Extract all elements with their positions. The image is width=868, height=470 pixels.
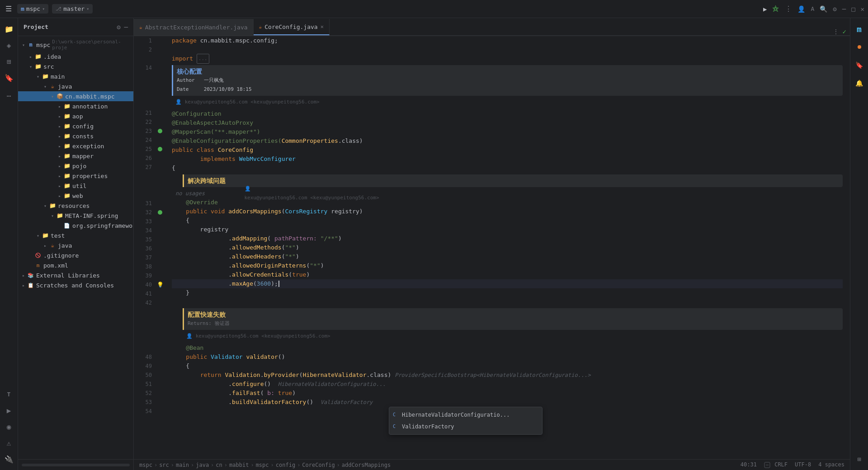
tree-item-mapper[interactable]: ▸ 📁 mapper xyxy=(18,151,133,161)
line-num-25: 25 xyxy=(134,145,156,154)
fold-indicator-import[interactable]: ... xyxy=(197,54,209,64)
project-selector[interactable]: m mspc ▾ xyxy=(17,4,48,14)
gutter-39 xyxy=(156,271,165,280)
status-encoding: CRLF xyxy=(764,461,788,468)
str-allowedmethods: "*" xyxy=(285,243,295,252)
activity-plugins-icon[interactable]: 🔌 xyxy=(2,452,16,466)
activity-commit-icon[interactable]: ◈ xyxy=(2,38,16,52)
activity-debug-icon[interactable]: ◉ xyxy=(2,419,16,434)
ac-item-1[interactable]: C ValidatorFactory xyxy=(389,421,542,432)
tree-item-scratches[interactable]: ▸ 📋 Scratches and Consoles xyxy=(18,280,133,290)
code-line-22: @EnableAspectJAutoProxy xyxy=(172,118,843,127)
autocomplete-popup[interactable]: C HibernateValidatorConfiguratio... C Va… xyxy=(389,407,542,435)
annotation-mapperscan: @MapperScan( xyxy=(172,127,214,136)
keyword-import: import xyxy=(172,54,197,63)
tree-item-src[interactable]: ▾ 📁 src xyxy=(18,61,133,71)
right-bar-dot-icon[interactable] xyxy=(852,40,867,54)
activity-terminal-icon[interactable]: T xyxy=(2,387,16,401)
tree-item-idea[interactable]: ▸ 📁 .idea xyxy=(18,52,133,61)
right-bar-notification-icon[interactable]: 🔔 xyxy=(852,76,867,90)
code-line-23: @MapperScan("**.mapper*") xyxy=(172,127,843,136)
annotation-override: @Override xyxy=(186,198,217,207)
tree-item-main[interactable]: ▾ 📁 main xyxy=(18,71,133,81)
search-icon[interactable]: 🔍 xyxy=(820,5,827,13)
fn-allowcredentials: allowCredentials xyxy=(232,270,288,279)
tree-item-java[interactable]: ▾ ☕ java xyxy=(18,81,133,91)
more-icon[interactable]: ⋮ xyxy=(785,5,792,13)
activity-run-icon[interactable]: ▶ xyxy=(2,403,16,418)
tree-item-exception[interactable]: ▸ 📁 exception xyxy=(18,141,133,151)
gutter-38 xyxy=(156,262,165,271)
tree-item-config[interactable]: ▸ 📁 config xyxy=(18,121,133,131)
tree-arrow-pojo: ▸ xyxy=(56,162,63,169)
tree-item-mspc[interactable]: ▾ m mspc D:\work-space\personal-proje xyxy=(18,38,133,52)
tree-item-meta-inf[interactable]: ▾ 📁 META-INF.spring xyxy=(18,211,133,221)
tree-item-external-libs[interactable]: ▸ 📚 External Libraries xyxy=(18,270,133,280)
tree-item-gitignore[interactable]: ▸ .gitignore xyxy=(18,250,133,260)
ac-item-0[interactable]: C HibernateValidatorConfiguratio... xyxy=(389,409,542,421)
settings-icon[interactable]: ⚙ xyxy=(833,5,836,13)
tree-arrow-config: ▸ xyxy=(56,122,63,130)
line-num-2: 2 xyxy=(134,45,156,54)
tree-item-properties[interactable]: ▸ 📁 properties xyxy=(18,171,133,181)
build-icon[interactable]: ⛤ xyxy=(772,5,779,13)
code-line-37: .allowedHeaders("*") xyxy=(172,252,843,261)
activity-bookmark-icon[interactable]: 🔖 xyxy=(2,70,16,85)
keyword-true-39: true xyxy=(292,270,306,279)
line-num-21: 21 xyxy=(134,108,156,118)
right-bar-structure-icon[interactable]: ⊞ xyxy=(852,452,867,466)
right-bar-bottom: ⊞ xyxy=(852,452,867,466)
breadcrumb-sep2: › xyxy=(171,462,174,468)
annotation-validator-block: 配置快速失败 Returns: 验证器 xyxy=(183,308,843,330)
tree-item-aop[interactable]: ▸ 📁 aop xyxy=(18,111,133,121)
translate-icon[interactable]: A xyxy=(811,5,814,12)
tree-item-consts[interactable]: ▸ 📁 consts xyxy=(18,131,133,141)
activity-folder-icon[interactable]: 📁 xyxy=(2,22,16,36)
tree-item-pojo[interactable]: ▸ 📁 pojo xyxy=(18,161,133,171)
tree-item-annotation[interactable]: ▸ 📁 annotation xyxy=(18,101,133,111)
annotation-validator-title: 配置快速失败 xyxy=(188,310,839,319)
project-logo: m xyxy=(21,5,24,12)
activity-problems-icon[interactable]: ⚠ xyxy=(2,436,16,450)
maximize-button[interactable]: □ xyxy=(851,5,855,13)
sidebar-collapse-icon[interactable]: ─ xyxy=(124,24,128,31)
activity-structure-icon[interactable]: ⊞ xyxy=(2,54,16,69)
lightbulb-icon[interactable]: 💡 xyxy=(157,282,164,288)
sidebar-settings-icon[interactable]: ⚙ xyxy=(117,24,120,31)
tree-item-util[interactable]: ▸ 📁 util xyxy=(18,181,133,191)
tree-label-gitignore: .gitignore xyxy=(43,252,79,259)
paren-36: ( xyxy=(282,243,285,252)
param-registry: registry) xyxy=(327,207,363,216)
tab-bar-checkmark-icon[interactable]: ✓ xyxy=(843,28,846,35)
tree-item-web[interactable]: ▸ 📁 web xyxy=(18,191,133,201)
git-person-icon: 👤 xyxy=(175,99,182,105)
tree-item-org-spring[interactable]: ▸ 📄 org.springframework xyxy=(18,221,133,230)
run-button[interactable]: ▶ xyxy=(763,5,767,13)
indent-31 xyxy=(172,198,186,207)
tab-bar-more-icon[interactable]: ⋮ xyxy=(833,28,839,35)
tab-abstract-exception-handler[interactable]: ☕ AbstractExceptionHandler.java xyxy=(134,19,254,35)
right-bar-bookmark-icon[interactable]: 🔖 xyxy=(852,58,867,72)
tree-item-test-java[interactable]: ▸ ☕ java xyxy=(18,240,133,250)
str-allowedoriginpatterns: "*" xyxy=(310,261,320,270)
branch-selector[interactable]: ⎇ master ▾ xyxy=(52,4,93,14)
tab-core-config[interactable]: ☕ CoreConfig.java ✕ xyxy=(254,19,330,35)
user-icon[interactable]: 👤 xyxy=(797,5,805,13)
breadcrumb-sep7: › xyxy=(271,462,274,468)
activity-more-icon[interactable]: … xyxy=(2,87,16,101)
menu-icon[interactable]: ☰ xyxy=(4,3,14,15)
line-num-35: 35 xyxy=(134,235,156,244)
indent-49 xyxy=(172,352,186,362)
close-button[interactable]: ✕ xyxy=(861,5,864,13)
tree-item-test[interactable]: ▾ 📁 test xyxy=(18,230,133,240)
right-bar-m-icon[interactable]: m xyxy=(852,22,867,36)
tree-item-pom-xml[interactable]: ▸ m pom.xml xyxy=(18,260,133,270)
code-line-1: package cn.mabbit.mspc.config; xyxy=(172,36,843,45)
minimize-button[interactable]: ─ xyxy=(842,5,846,13)
breadcrumb-sep6: › xyxy=(250,462,254,468)
git-person-icon-2: 👤 xyxy=(245,186,251,192)
sidebar-scrollbar[interactable] xyxy=(22,464,130,466)
tree-item-cn-mabbit-mspc[interactable]: ▾ 📦 cn.mabbit.mspc xyxy=(18,91,133,101)
tab-close-core[interactable]: ✕ xyxy=(321,24,324,30)
tree-item-resources[interactable]: ▾ 📁 resources xyxy=(18,201,133,211)
